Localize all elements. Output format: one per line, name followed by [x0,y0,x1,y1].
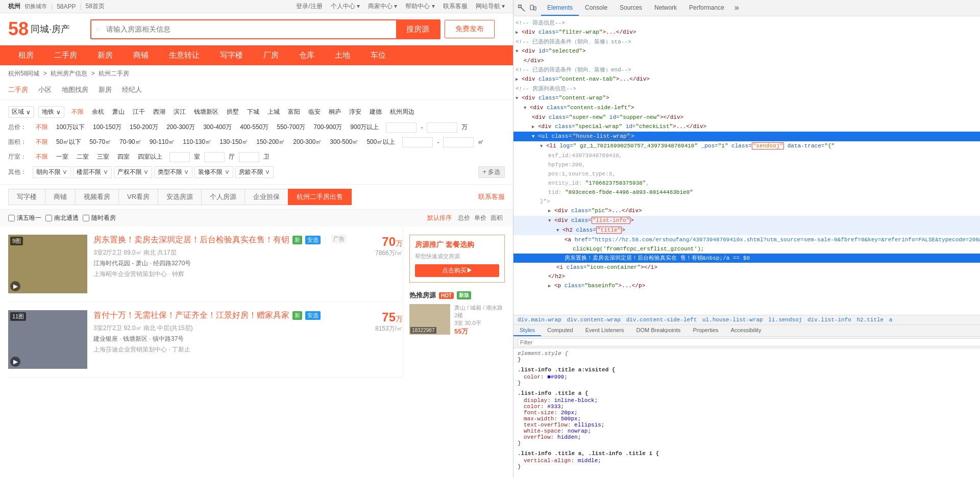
listing-image[interactable]: 9图▶ [8,235,87,293]
filter-price-item[interactable]: 200-300万 [163,122,198,133]
search-button[interactable]: 搜房源 [396,20,439,38]
dt-triangle[interactable] [556,226,562,235]
filter-room-item[interactable]: 四室 [114,152,133,162]
filter-other-dropdown[interactable]: 房龄不限 ∨ [235,166,274,178]
dt-triangle[interactable] [540,142,546,150]
filter-area-size-item[interactable]: 50-70㎡ [86,137,114,147]
area-size-max-input[interactable] [443,137,474,147]
price-max-input[interactable] [427,122,457,133]
filter-room-item[interactable]: 不限 [33,152,51,162]
devtools-tree-line[interactable]: <div class="filter-wrap">...</div> [513,28,980,37]
devtools-tree-line[interactable]: <a href="https://hz.58.com/ershoufang/43… [513,235,980,244]
devtools-tree-line[interactable]: <div class="content-nav-tab">...</div> [513,74,980,84]
devtools-tree-line[interactable]: hpType:200, [513,160,980,169]
filter-area-item[interactable]: 拱墅 [224,107,242,117]
filter-area-item[interactable]: 建德 [366,107,385,117]
price-min-input[interactable] [386,122,416,133]
content-tab-VR看房[interactable]: VR看房 [118,189,158,205]
devtools-tree-line[interactable]: <div id="selected"> [513,46,980,56]
devtools-breadcrumb-item[interactable]: ul.house-list-wrap [702,317,763,323]
dt-triangle[interactable] [548,207,554,215]
main-nav-item-生意转让[interactable]: 生意转让 [159,45,210,65]
sub-nav-item-经纪人[interactable]: 经纪人 [122,84,142,95]
play-icon[interactable]: ▶ [10,357,20,367]
devtools-tree-line[interactable]: <!-- 已选的筛选条件（朝向、装修）end--> [513,65,980,74]
devtools-tree-line[interactable]: clickLog('from=fcpc_ersflist_gzcount'); [513,244,980,254]
filter-room-item[interactable]: 二室 [74,152,92,162]
devtools-tree-line[interactable]: <ul class="house-list-wrap"> [513,132,980,141]
main-nav-item-写字楼[interactable]: 写字楼 [210,45,253,65]
style-prop-name[interactable]: overflow: [524,434,554,440]
check-anytime-view-input[interactable] [83,215,89,221]
devtools-tree-line[interactable]: </div> [513,56,980,65]
devtools-tree-line[interactable]: <!-- 已选的筛选条件（朝向、装修）sta--> [513,37,980,46]
devtools-tree-line[interactable]: <!-- 筛选信息--> [513,18,980,28]
filter-area-item[interactable]: 余杭 [89,107,107,117]
style-selector[interactable]: .list-info .title a { list_v20200.10716.… [518,390,980,396]
hot-listing-image[interactable]: 18322987 [409,304,450,335]
filter-area-size-item[interactable]: 150-200㎡ [253,137,288,147]
devtools-tab-performance[interactable]: Performance [683,0,730,16]
filter-area-item[interactable]: 上城 [264,107,283,117]
devtools-tab-sources[interactable]: Sources [614,0,648,16]
filter-price-item[interactable]: 400-550万 [237,122,272,133]
listing-title[interactable]: 房东置换！卖房去深圳定居！后台检验真实在售！有钥新安选 [93,235,346,245]
main-nav-item-租房[interactable]: 租房 [8,45,44,65]
style-selector[interactable]: .list-info .title a, .list-info .title i… [518,450,980,457]
filter-other-dropdown[interactable]: 产权不限 ∨ [114,166,152,178]
devtools-breadcrumb-item[interactable]: div.content-side-left [626,317,697,323]
filter-area-size-item[interactable]: 200-300㎡ [290,137,325,147]
switch-city[interactable]: 切换城市 [24,3,47,10]
devtools-breadcrumb-item[interactable]: a [889,317,893,323]
devtools-style-tab-event-listeners[interactable]: Event Listeners [579,325,630,336]
main-nav-item-车位[interactable]: 车位 [360,45,396,65]
style-prop-value[interactable]: inline-block; [554,397,598,404]
device-icon[interactable] [529,4,537,12]
devtools-tree-line[interactable]: <div class="content-side-left"> [513,103,980,113]
main-nav-item-二手房[interactable]: 二手房 [44,45,87,65]
devtools-tree-line[interactable]: <!-- 房源列表信息--> [513,84,980,93]
filter-area-size-item[interactable]: 70-90㎡ [116,137,144,147]
filter-price-item[interactable]: 100-150万 [90,122,125,133]
filter-area-item[interactable]: 杭州周边 [387,107,418,117]
filter-area-item[interactable]: 江干 [130,107,148,117]
filter-area-size-item[interactable]: 300-500㎡ [327,137,361,147]
filter-area-item[interactable]: 不限 [68,107,87,117]
devtools-tree-line[interactable]: <div class="list-info"> [513,216,980,225]
filter-price-item[interactable]: 900万以上 [347,122,382,133]
devtools-breadcrumb-item[interactable]: div.main-wrap [518,317,561,323]
area-dropdown[interactable]: 区域∨ [8,106,34,118]
sort-item-单价[interactable]: 单价 [472,213,488,222]
devtools-breadcrumb-item[interactable]: div.list-info [807,317,851,323]
metro-dropdown[interactable]: 地铁∨ [38,106,64,118]
devtools-tree-line[interactable]: <i class="icon-container"></i> [513,263,980,272]
listing-addr[interactable]: 建业银座 · 钱塘新区 · 镇中路37号 [93,335,346,343]
filter-area-item[interactable]: 临安 [305,107,324,117]
check-five-unique-input[interactable] [8,215,15,221]
filter-price-item[interactable]: 300-400万 [200,122,235,133]
dt-triangle[interactable] [548,216,554,225]
contact-service[interactable]: 联系客服 [478,192,505,202]
devtools-more-tabs[interactable]: » [730,4,744,13]
content-tab-安选房源[interactable]: 安选房源 [158,189,202,205]
filter-area-item[interactable]: 滨江 [170,107,189,117]
listing-title-link[interactable]: 首付十万！无需社保！产证齐全！江景好房！赠家具家 [93,310,289,321]
filter-price-item[interactable]: 不限 [33,122,51,133]
filter-area-size-item[interactable]: 110-130㎡ [180,137,214,147]
devtools-tree-line[interactable]: tid: "893cece6-fbde-4496-a893-80144463b1… [513,188,980,197]
devtools-tree-line[interactable]: <div class="special-wrap" id="checkList"… [513,122,980,132]
main-nav-item-厂房[interactable]: 厂房 [253,45,289,65]
main-nav-item-仓库[interactable]: 仓库 [289,45,325,65]
devtools-tree-line[interactable]: 房东置换！卖房去深圳定居！后台检验真实在 售！有钥&nbsp;/a == $0 [513,254,980,263]
devtools-filter-input[interactable] [518,338,980,346]
merchant-link[interactable]: 商家中心 ▾ [368,2,397,11]
filter-area-item[interactable]: 淳安 [346,107,364,117]
filter-area-size-item[interactable]: 不限 [33,137,51,147]
dt-triangle[interactable] [516,47,522,56]
devtools-style-tab-properties[interactable]: Properties [687,325,724,336]
filter-area-item[interactable]: 桐庐 [326,107,344,117]
style-prop-name[interactable]: font-size: [524,410,557,416]
content-tab-企业担保[interactable]: 企业担保 [244,189,288,205]
style-prop-name[interactable]: color: [524,404,544,410]
sitemap-link[interactable]: 网站导航 ▾ [476,2,505,11]
